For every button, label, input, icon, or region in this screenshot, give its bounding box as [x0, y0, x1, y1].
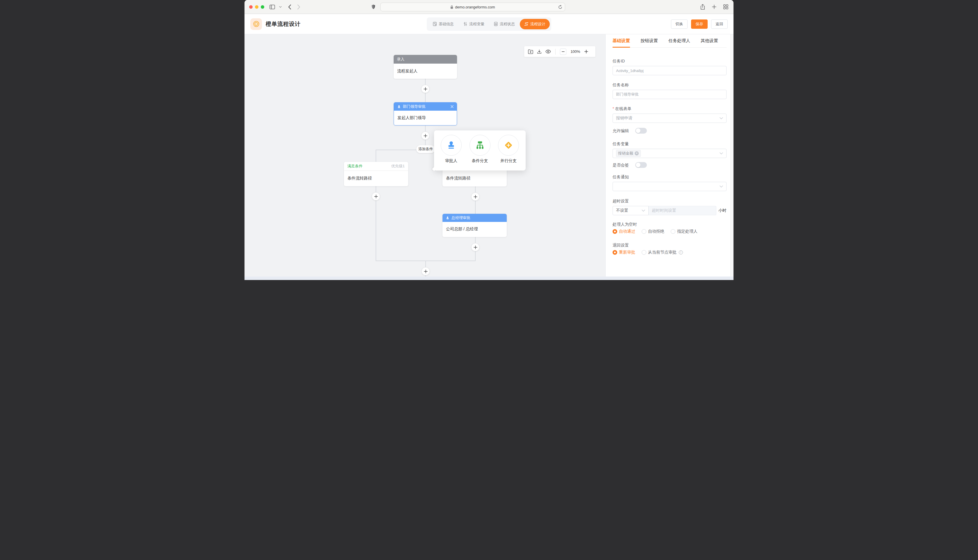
new-tab-icon[interactable] — [712, 5, 716, 9]
stamp-icon — [446, 216, 450, 220]
online-form-label: * 在线表单 — [613, 106, 727, 112]
empty-handler-label: 处理人为空时 — [613, 221, 727, 227]
add-node-button[interactable] — [471, 243, 480, 251]
app-header: 橙单流程设计 基础信息 流程变量 流程状态 流程设计 切换 保存 返回 — [244, 14, 734, 34]
radio-auto-reject[interactable]: 自动拒绝 — [642, 229, 664, 234]
tab-process-variables[interactable]: 流程变量 — [459, 19, 489, 29]
info-icon — [679, 250, 683, 255]
canvas-toolbar: 100% — [524, 46, 595, 57]
page-title: 橙单流程设计 — [266, 20, 301, 28]
form-icon — [433, 22, 437, 26]
node-header-label: 部门领导审批 — [403, 104, 426, 109]
app-logo — [250, 18, 262, 30]
radio-re-approve[interactable]: 重新审批 — [613, 250, 635, 255]
zoom-out-button[interactable] — [560, 48, 566, 55]
add-node-button[interactable] — [372, 192, 380, 200]
chevron-down-icon — [719, 117, 723, 120]
task-notify-select[interactable] — [613, 182, 727, 191]
stamp-icon — [397, 105, 401, 108]
tab-basic-info[interactable]: 基础信息 — [428, 19, 458, 29]
reload-icon[interactable] — [558, 5, 562, 9]
chevron-down-icon — [641, 209, 645, 213]
allow-edit-label: 允许编辑 — [613, 128, 629, 133]
tab-overview-icon[interactable] — [723, 4, 728, 9]
document-clock-icon — [494, 22, 498, 26]
node-header-label: 录入 — [397, 57, 405, 62]
import-icon[interactable] — [528, 49, 533, 54]
browser-window: demo.orangeforms.com — [244, 0, 734, 280]
timeout-value-input[interactable]: 超时时间设置 — [649, 206, 716, 215]
zoom-level: 100% — [570, 49, 580, 54]
task-notify-label: 任务通知 — [613, 174, 727, 180]
chevron-down-icon — [719, 185, 723, 188]
panel-tab-buttons[interactable]: 按钮设置 — [640, 34, 658, 47]
url-text: demo.orangeforms.com — [455, 5, 495, 9]
settings-panel: 基础设置 按钮设置 任务处理人 其他设置 任务ID 任务名称 * 在线表单 报销… — [605, 34, 734, 277]
share-icon[interactable] — [700, 4, 705, 10]
preview-eye-icon[interactable] — [545, 50, 551, 53]
condition-state-label: 满足条件 — [348, 163, 363, 169]
add-node-button[interactable] — [421, 132, 430, 140]
zoom-in-button[interactable] — [584, 50, 588, 53]
address-bar[interactable]: demo.orangeforms.com — [380, 3, 565, 11]
add-node-button[interactable] — [421, 267, 430, 275]
sliders-icon — [463, 22, 468, 26]
download-icon[interactable] — [537, 49, 542, 54]
minimize-window-button[interactable] — [255, 5, 259, 9]
flow-canvas[interactable]: 100% — [244, 34, 605, 277]
popup-item-parallel-branch[interactable]: 并行分支 — [497, 135, 520, 170]
privacy-shield-icon[interactable] — [371, 4, 375, 9]
node-type-popup: 审批人 条件分支 — [434, 130, 526, 170]
online-form-select[interactable]: 报销申请 — [613, 113, 727, 123]
condition-branch-icon — [475, 140, 485, 150]
add-condition-tooltip[interactable]: 添加条件 — [416, 145, 435, 153]
switch-button[interactable]: 切换 — [671, 20, 687, 29]
panel-tab-basic[interactable]: 基础设置 — [613, 34, 630, 47]
add-node-button[interactable] — [471, 193, 480, 201]
countersign-toggle[interactable] — [635, 162, 647, 168]
allow-edit-toggle[interactable] — [635, 128, 647, 133]
task-variable-select[interactable]: 报销金额 ✕ — [613, 149, 727, 158]
reject-setting-radios: 重新审批 从当前节点审批 — [613, 250, 727, 255]
node-header-label: 总经理审批 — [451, 215, 470, 220]
back-icon[interactable] — [288, 4, 291, 10]
node-start[interactable]: 录入 流程发起人 — [394, 55, 457, 79]
node-body-text: 公司总部 / 总经理 — [446, 227, 478, 232]
bottom-strip — [244, 277, 734, 280]
lock-icon — [450, 5, 453, 9]
tab-process-status[interactable]: 流程状态 — [489, 19, 519, 29]
node-body-text: 条件流转路径 — [446, 176, 470, 181]
node-gm-approval[interactable]: 总经理审批 公司总部 / 总经理 — [443, 214, 507, 237]
panel-tab-other[interactable]: 其他设置 — [700, 34, 718, 47]
radio-assign-handler[interactable]: 指定处理人 — [671, 229, 697, 234]
close-icon[interactable] — [451, 105, 453, 108]
save-button[interactable]: 保存 — [691, 20, 708, 29]
parallel-branch-icon — [503, 140, 513, 150]
task-name-input[interactable] — [613, 90, 727, 99]
zoom-window-button[interactable] — [261, 5, 264, 9]
traffic-lights — [249, 5, 264, 9]
node-condition-left[interactable]: 满足条件 优先级1 条件流转路径 — [344, 162, 408, 186]
task-id-input[interactable] — [613, 66, 727, 75]
radio-auto-pass[interactable]: 自动通过 — [613, 229, 635, 234]
task-id-label: 任务ID — [613, 58, 727, 64]
timeout-mode-select[interactable]: 不设置 — [613, 206, 649, 215]
variable-tag: 报销金额 ✕ — [616, 150, 641, 157]
back-button[interactable]: 返回 — [711, 20, 728, 29]
sidebar-icon[interactable] — [269, 5, 275, 9]
forward-icon[interactable] — [297, 4, 300, 10]
close-window-button[interactable] — [249, 5, 252, 9]
add-node-button[interactable] — [421, 85, 430, 93]
popup-item-condition-branch[interactable]: 条件分支 — [469, 135, 491, 170]
tab-process-design[interactable]: 流程设计 — [520, 19, 550, 29]
chevron-down-icon — [719, 152, 723, 155]
browser-chrome: demo.orangeforms.com — [244, 0, 734, 14]
required-asterisk: * — [613, 106, 614, 112]
panel-tab-assignee[interactable]: 任务处理人 — [669, 34, 690, 47]
radio-from-current-node[interactable]: 从当前节点审批 — [642, 250, 683, 255]
sidebar-chevron-icon[interactable] — [279, 6, 282, 8]
panel-tab-bar: 基础设置 按钮设置 任务处理人 其他设置 — [613, 34, 727, 48]
node-dept-approval[interactable]: 部门领导审批 发起人部门领导 — [394, 102, 457, 125]
tag-close-icon[interactable]: ✕ — [635, 151, 639, 155]
popup-item-approver[interactable]: 审批人 — [440, 135, 462, 170]
